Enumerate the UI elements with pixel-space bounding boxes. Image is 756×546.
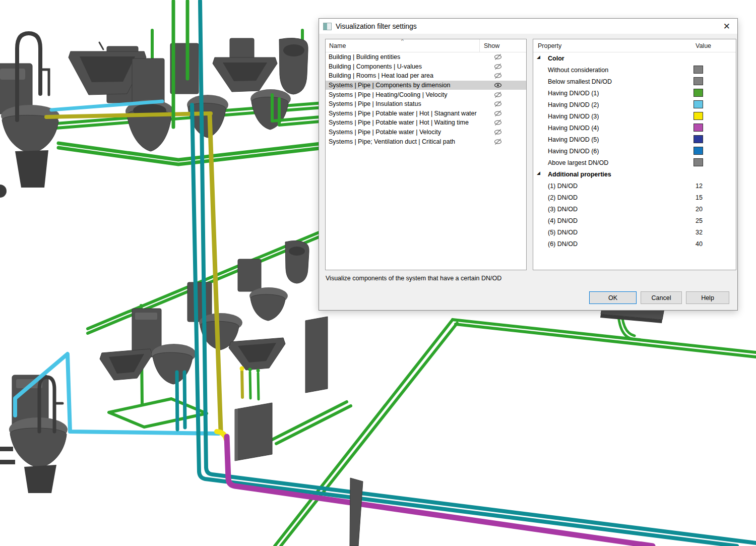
filter-list-header: Name ^ Show [326,39,526,52]
property-row: (3) DN/OD20 [533,203,736,215]
property-row: (2) DN/OD15 [533,192,736,203]
urinal [285,240,309,283]
wall-toilet [249,287,288,321]
cistern-panel [238,259,261,291]
property-group-row[interactable]: ◢Color [533,52,736,64]
visibility-on-eye-icon[interactable] [485,82,511,88]
property-label: Above largest DN/OD [548,159,608,166]
filter-list-row[interactable]: Systems | Pipe; Ventilation duct | Criti… [326,137,526,146]
property-value: 32 [696,229,703,236]
color-swatch[interactable] [694,66,703,74]
filter-list-row[interactable]: Building | Components | U-values [326,62,526,72]
property-row: (6) DN/OD40 [533,238,736,250]
collapse-triangle-icon[interactable]: ◢ [537,170,540,175]
filter-list-row[interactable]: Systems | Pipe | Insulation status [326,99,526,109]
property-row: Without consideration [533,64,736,76]
filter-name-label: Systems | Pipe | Potable water | Hot | S… [329,110,485,117]
ok-button[interactable]: OK [589,291,637,304]
filter-list-rows: Building | Building entitiesBuilding | C… [326,52,526,270]
filter-list-row[interactable]: Systems | Pipe | Components by dimension [326,81,526,90]
color-swatch[interactable] [694,147,703,155]
property-row: (1) DN/OD12 [533,180,736,192]
color-swatch[interactable] [694,112,703,120]
filter-list-row[interactable]: Systems | Pipe | Potable water | Velocit… [326,128,526,137]
visibility-off-eye-icon[interactable] [485,129,511,135]
property-panel-header: Property Value [533,39,736,52]
visibility-off-eye-icon[interactable] [485,54,511,60]
cancel-button[interactable]: Cancel [641,291,682,304]
dialog-buttons: OKCancelHelp [589,291,729,304]
property-row: Having DN/OD (1) [533,87,736,99]
color-swatch[interactable] [694,158,703,166]
color-swatch[interactable] [694,124,703,132]
property-panel: Property Value ◢ColorWithout considerati… [533,39,736,270]
filter-list-row[interactable]: Systems | Pipe | Potable water | Hot | S… [326,109,526,118]
filter-list-row[interactable]: Systems | Pipe | Potable water | Hot | W… [326,118,526,128]
property-label: (2) DN/OD [548,194,578,201]
filter-name-label: Systems | Pipe | Potable water | Velocit… [329,129,485,136]
visibility-off-eye-icon[interactable] [485,73,511,79]
property-label: Without consideration [548,67,608,74]
dialog-window-icon [323,23,332,30]
washbasin [213,38,277,92]
filter-list-row[interactable]: Building | Building entities [326,52,526,62]
color-swatch[interactable] [694,77,703,85]
property-value: 12 [696,183,703,190]
urinal [279,38,308,94]
property-value: 20 [696,206,703,213]
filter-name-label: Systems | Pipe | Insulation status [329,100,485,107]
property-value: 15 [696,194,703,201]
sort-ascending-icon: ^ [401,39,404,44]
filter-list-row[interactable]: Building | Rooms | Heat load per area [326,71,526,81]
property-label: (5) DN/OD [548,229,578,236]
filter-name-label: Building | Building entities [329,53,485,60]
property-row: Having DN/OD (4) [533,122,736,134]
property-group-label: Additional properties [548,171,611,178]
property-label: Having DN/OD (2) [548,101,599,108]
property-row: Having DN/OD (6) [533,145,736,157]
visualization-filter-dialog: Visualization filter settings ✕ Name ^ S… [319,18,738,311]
color-swatch[interactable] [694,135,703,143]
radiator-panel [235,403,272,461]
property-row: Having DN/OD (5) [533,134,736,145]
property-row: Above largest DN/OD [533,157,736,168]
wall-wedge [350,478,363,546]
value-column-header: Value [696,42,711,49]
property-label: Having DN/OD (6) [548,148,599,155]
property-label: (3) DN/OD [548,206,578,213]
close-icon[interactable]: ✕ [721,21,732,32]
help-button[interactable]: Help [686,291,729,304]
visibility-off-eye-icon[interactable] [485,139,511,145]
filter-description: Visualize components of the system that … [326,275,678,282]
dialog-title: Visualization filter settings [336,22,417,30]
show-column-header[interactable]: Show [479,39,515,52]
property-row: Having DN/OD (3) [533,110,736,122]
filter-name-label: Systems | Pipe | Heating/Cooling | Veloc… [329,91,485,98]
collapse-triangle-icon[interactable]: ◢ [537,54,540,59]
color-swatch[interactable] [694,100,703,108]
property-row: (5) DN/OD32 [533,226,736,238]
visibility-off-eye-icon[interactable] [485,64,511,70]
filter-name-label: Systems | Pipe | Potable water | Hot | W… [329,119,485,126]
property-label: (6) DN/OD [548,240,578,248]
property-label: Below smallest DN/OD [548,78,612,85]
property-label: Having DN/OD (1) [548,90,599,97]
visibility-off-eye-icon[interactable] [485,101,511,107]
property-label: Having DN/OD (5) [548,136,599,143]
dialog-titlebar[interactable]: Visualization filter settings ✕ [319,19,737,34]
filter-list-row[interactable]: Systems | Pipe | Heating/Cooling | Veloc… [326,90,526,99]
radiator-panel [305,317,328,393]
visibility-off-eye-icon[interactable] [485,119,511,126]
color-swatch[interactable] [694,89,703,97]
filter-name-label: Systems | Pipe; Ventilation duct | Criti… [329,138,485,145]
washbasin [100,349,152,380]
property-group-row[interactable]: ◢Additional properties [533,168,736,180]
visibility-off-eye-icon[interactable] [485,110,511,116]
property-value: 25 [696,217,703,224]
filter-name-label: Building | Components | U-values [329,63,485,70]
filter-list-panel: Name ^ Show Building | Building entities… [325,39,527,270]
property-label: (4) DN/OD [548,217,578,224]
property-rows: ◢ColorWithout considerationBelow smalles… [533,52,736,270]
visibility-off-eye-icon[interactable] [485,92,511,98]
ground-floor-pipe-loop [275,306,756,546]
